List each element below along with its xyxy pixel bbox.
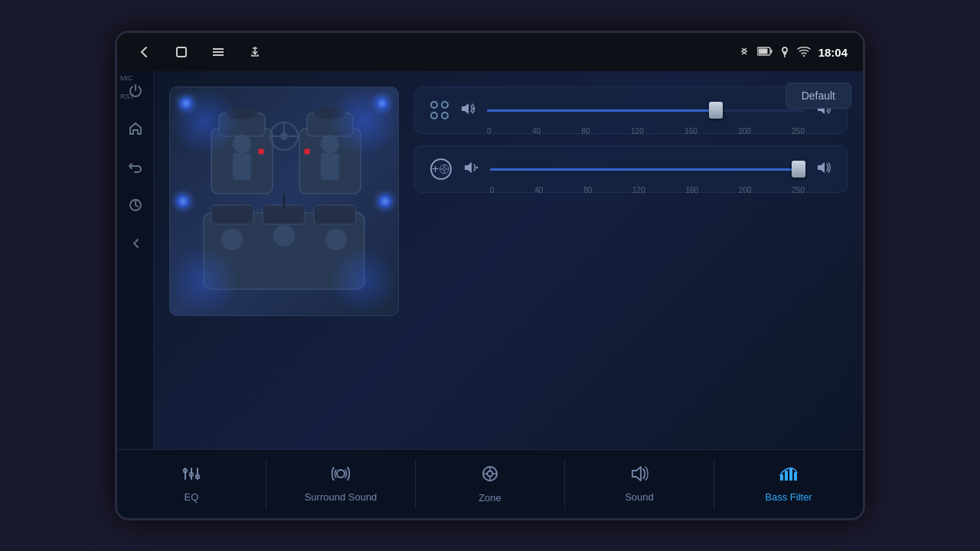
tab-bass-label: Bass Filter bbox=[765, 491, 812, 503]
tab-surround-label: Surround Sound bbox=[305, 491, 377, 503]
device-frame: 18:04 MIC RST bbox=[115, 31, 865, 520]
undo-button[interactable] bbox=[124, 155, 147, 178]
tab-bass-filter[interactable]: Bass Filter bbox=[714, 459, 863, 509]
slider-track-1 bbox=[487, 109, 805, 112]
tab-zone-label: Zone bbox=[479, 492, 501, 504]
svg-rect-19 bbox=[321, 153, 339, 180]
svg-point-32 bbox=[258, 148, 264, 155]
glow-tr bbox=[329, 87, 398, 156]
glow-tl bbox=[170, 87, 239, 156]
svg-rect-14 bbox=[233, 153, 251, 180]
speaker-mid-left bbox=[176, 194, 190, 208]
sliders-panel: 0 40 80 120 160 200 250 bbox=[414, 86, 848, 434]
svg-point-30 bbox=[273, 225, 295, 246]
svg-rect-28 bbox=[314, 205, 356, 224]
wifi-icon bbox=[797, 46, 811, 59]
sidebar bbox=[117, 71, 154, 449]
eq-icon bbox=[182, 465, 201, 487]
content-area: Default bbox=[154, 71, 863, 449]
slider-thumb-2[interactable] bbox=[792, 161, 805, 178]
slider-ticks-2: 0 40 80 120 160 200 250 bbox=[490, 186, 805, 194]
slider-ticks-1: 0 40 80 120 160 200 250 bbox=[487, 127, 805, 135]
tab-sound-label: Sound bbox=[625, 491, 654, 503]
slider-container-1[interactable]: 0 40 80 120 160 200 250 bbox=[487, 99, 805, 122]
bottom-nav: EQ Surround Sound bbox=[117, 449, 863, 518]
slider-card-2: 0 40 80 120 160 200 250 bbox=[414, 145, 848, 193]
slider-fill-2 bbox=[490, 168, 799, 171]
navigate-button[interactable] bbox=[124, 194, 147, 217]
tab-surround-sound[interactable]: Surround Sound bbox=[266, 459, 416, 509]
glow-br bbox=[329, 246, 398, 315]
battery-icon bbox=[757, 46, 773, 58]
target-icon bbox=[430, 158, 452, 180]
svg-rect-5 bbox=[770, 50, 772, 54]
usb-icon bbox=[243, 40, 267, 64]
time-display: 18:04 bbox=[818, 46, 848, 59]
channel-dot bbox=[441, 101, 449, 109]
seats-panel bbox=[169, 86, 399, 316]
vol-down-icon-1 bbox=[460, 103, 475, 118]
tab-sound[interactable]: Sound bbox=[565, 459, 714, 509]
slider-container-2[interactable]: 0 40 80 120 160 200 250 bbox=[490, 158, 805, 181]
location-icon bbox=[780, 45, 789, 60]
channel-indicator-1 bbox=[430, 101, 449, 119]
status-right: 18:04 bbox=[739, 45, 848, 60]
sound-icon bbox=[629, 465, 649, 487]
mic-label: MIC bbox=[120, 74, 133, 82]
tab-eq[interactable]: EQ bbox=[117, 459, 266, 509]
svg-point-8 bbox=[802, 54, 804, 56]
vol-up-icon-2 bbox=[816, 161, 831, 177]
svg-point-38 bbox=[443, 168, 446, 171]
channel-dot bbox=[441, 112, 449, 119]
bass-icon bbox=[779, 465, 799, 487]
main-area: MIC RST bbox=[117, 71, 863, 449]
svg-rect-63 bbox=[789, 468, 792, 481]
vol-down-icon-2 bbox=[463, 161, 479, 177]
svg-point-21 bbox=[280, 132, 288, 140]
speaker-top-right bbox=[375, 96, 389, 110]
slider-fill-1 bbox=[487, 109, 716, 112]
svg-rect-26 bbox=[211, 205, 253, 224]
svg-point-33 bbox=[304, 148, 310, 155]
svg-point-56 bbox=[488, 471, 493, 477]
zone-icon bbox=[481, 465, 499, 487]
back-button[interactable] bbox=[132, 40, 157, 64]
speaker-mid-right bbox=[378, 194, 392, 208]
slider-thumb-1[interactable] bbox=[709, 102, 723, 119]
svg-rect-62 bbox=[785, 471, 788, 481]
glow-bl bbox=[170, 246, 239, 315]
status-left bbox=[132, 40, 267, 64]
channel-dot bbox=[430, 101, 438, 109]
tab-eq-label: EQ bbox=[185, 491, 199, 503]
content-row: 0 40 80 120 160 200 250 bbox=[169, 86, 848, 434]
svg-rect-6 bbox=[758, 49, 767, 54]
channel-dot bbox=[430, 112, 438, 119]
slider-card-1: 0 40 80 120 160 200 250 bbox=[414, 86, 848, 134]
status-bar: 18:04 bbox=[117, 33, 863, 71]
tab-zone[interactable]: Zone bbox=[416, 458, 565, 510]
svg-point-54 bbox=[337, 470, 345, 478]
bluetooth-icon bbox=[739, 45, 750, 60]
svg-rect-0 bbox=[177, 47, 186, 57]
surround-icon bbox=[331, 465, 351, 487]
rst-label: RST bbox=[120, 93, 134, 100]
recents-button[interactable] bbox=[169, 40, 194, 64]
slider-track-2 bbox=[490, 168, 805, 171]
home-button[interactable] bbox=[124, 117, 147, 140]
menu-button[interactable] bbox=[206, 40, 230, 64]
svg-rect-64 bbox=[794, 472, 797, 481]
speaker-top-left bbox=[179, 96, 193, 110]
seats-visual bbox=[170, 87, 398, 315]
back-nav-button[interactable] bbox=[124, 232, 147, 255]
